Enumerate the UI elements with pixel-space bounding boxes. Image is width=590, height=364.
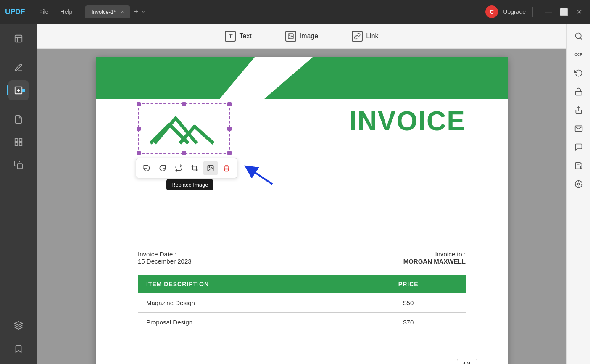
logo-p: P bbox=[11, 8, 16, 16]
svg-point-13 bbox=[289, 34, 290, 35]
img-rotate-right-btn[interactable] bbox=[155, 161, 170, 175]
invoice-table-wrapper: ITEM DESCRIPTION PRICE Magazine Design $… bbox=[96, 275, 508, 332]
handle-bl[interactable] bbox=[137, 151, 141, 155]
header-green-right bbox=[264, 57, 508, 99]
invoice-header bbox=[96, 57, 508, 99]
svg-point-23 bbox=[577, 183, 579, 185]
sidebar-divider-1 bbox=[12, 53, 25, 53]
link-tool-label: Link bbox=[366, 32, 378, 40]
handle-tc[interactable] bbox=[182, 102, 186, 106]
menu-help[interactable]: Help bbox=[55, 6, 79, 18]
handle-ml[interactable] bbox=[137, 127, 141, 131]
img-crop-btn[interactable] bbox=[187, 161, 202, 175]
right-mail-btn[interactable] bbox=[571, 121, 586, 136]
logo-selection-box[interactable] bbox=[138, 103, 230, 154]
invoice-date-value: 15 December 2023 bbox=[138, 258, 192, 265]
svg-point-15 bbox=[209, 166, 210, 167]
tab-close-btn[interactable]: × bbox=[121, 9, 124, 15]
sidebar-item-pen[interactable] bbox=[8, 58, 29, 78]
tab-area: invoice-1* × + ∨ bbox=[85, 5, 485, 18]
right-search-btn[interactable] bbox=[571, 29, 586, 44]
invoice-date-section: Invoice Date : 15 December 2023 bbox=[138, 251, 192, 265]
image-tool-label: Image bbox=[300, 32, 318, 40]
table-header-row: ITEM DESCRIPTION PRICE bbox=[138, 275, 466, 293]
table-cell-item: Proposal Design bbox=[138, 313, 351, 332]
sidebar-item-page[interactable] bbox=[8, 109, 29, 129]
svg-marker-11 bbox=[14, 322, 22, 325]
table-header-price: PRICE bbox=[351, 275, 466, 293]
tab-label: invoice-1* bbox=[92, 9, 116, 15]
handle-mr[interactable] bbox=[227, 127, 232, 131]
title-bar-right: C Upgrade — ⬜ ✕ bbox=[485, 5, 590, 18]
sidebar-item-edit[interactable] bbox=[8, 80, 29, 100]
handle-bc[interactable] bbox=[182, 151, 186, 155]
sidebar-item-layout[interactable] bbox=[8, 132, 29, 152]
img-rotate-left-btn[interactable] bbox=[140, 161, 154, 175]
table-cell-price: $70 bbox=[351, 313, 466, 332]
img-delete-btn[interactable] bbox=[219, 161, 234, 175]
table-cell-price: $50 bbox=[351, 293, 466, 313]
active-indicator bbox=[22, 89, 25, 92]
sidebar-item-copy[interactable] bbox=[8, 155, 29, 175]
svg-rect-10 bbox=[17, 164, 22, 169]
sidebar-item-bookmark[interactable] bbox=[8, 29, 29, 49]
toolbar-image-btn[interactable]: Image bbox=[279, 27, 325, 45]
table-row: Proposal Design $70 bbox=[138, 313, 466, 332]
toolbar-text-btn[interactable]: T Text bbox=[218, 27, 258, 45]
title-bar-left: UPDF File Help bbox=[0, 6, 78, 18]
right-palette-btn[interactable] bbox=[571, 177, 586, 192]
right-sidebar: OCR bbox=[566, 24, 590, 364]
handle-tl[interactable] bbox=[137, 102, 141, 106]
svg-rect-9 bbox=[15, 143, 17, 145]
pdf-canvas[interactable]: INVOICE bbox=[37, 49, 566, 364]
upgrade-button[interactable]: Upgrade bbox=[503, 8, 526, 15]
img-flip-btn[interactable] bbox=[171, 161, 186, 175]
right-ocr-btn[interactable]: OCR bbox=[571, 47, 586, 62]
img-replace-btn[interactable] bbox=[203, 161, 218, 175]
edit-toolbar: T Text Image Link bbox=[37, 24, 566, 49]
sidebar-item-bookmark2[interactable] bbox=[8, 339, 29, 359]
pdf-page: INVOICE bbox=[96, 57, 508, 364]
toolbar-link-btn[interactable]: Link bbox=[345, 27, 385, 45]
table-header-item: ITEM DESCRIPTION bbox=[138, 275, 351, 293]
tab-dropdown-btn[interactable]: ∨ bbox=[142, 9, 145, 15]
ocr-label: OCR bbox=[574, 53, 582, 57]
svg-line-19 bbox=[580, 38, 582, 40]
right-share-btn[interactable] bbox=[571, 103, 586, 118]
separator bbox=[532, 7, 533, 17]
close-button[interactable]: ✕ bbox=[575, 8, 583, 16]
content-area: T Text Image Link bbox=[37, 24, 566, 364]
invoice-to-value: MORGAN MAXWELL bbox=[403, 258, 466, 265]
svg-rect-8 bbox=[19, 143, 21, 145]
right-rotate-btn[interactable] bbox=[571, 66, 586, 81]
svg-rect-6 bbox=[15, 139, 17, 141]
maximize-button[interactable]: ⬜ bbox=[560, 8, 568, 16]
handle-br[interactable] bbox=[227, 151, 232, 155]
handle-tr[interactable] bbox=[227, 102, 232, 106]
title-bar: UPDF File Help invoice-1* × + ∨ C Upgrad… bbox=[0, 0, 590, 24]
logo-f: F bbox=[21, 8, 25, 16]
invoice-date-label: Invoice Date : bbox=[138, 251, 192, 258]
text-tool-label: Text bbox=[239, 32, 251, 40]
invoice-meta-row: Invoice Date : 15 December 2023 Invoice … bbox=[138, 251, 466, 265]
text-tool-icon: T bbox=[225, 31, 236, 42]
replace-image-tooltip: Replace Image bbox=[166, 179, 213, 190]
svg-rect-0 bbox=[15, 35, 22, 42]
right-protect-btn[interactable] bbox=[571, 84, 586, 99]
minimize-button[interactable]: — bbox=[545, 8, 553, 16]
header-green-left bbox=[96, 57, 272, 99]
invoice-to-section: Invoice to : MORGAN MAXWELL bbox=[403, 251, 466, 265]
menu-file[interactable]: File bbox=[33, 6, 55, 18]
invoice-meta: Invoice Date : 15 December 2023 Invoice … bbox=[96, 251, 508, 265]
right-save-btn[interactable] bbox=[571, 158, 586, 173]
sidebar-item-layers[interactable] bbox=[8, 315, 29, 335]
svg-point-18 bbox=[575, 33, 581, 39]
tab-invoice[interactable]: invoice-1* × bbox=[85, 5, 130, 18]
right-comment-btn[interactable] bbox=[571, 140, 586, 155]
main-area: T Text Image Link bbox=[0, 24, 590, 364]
mountain-logo-image bbox=[146, 110, 222, 148]
svg-rect-20 bbox=[575, 91, 582, 95]
avatar: C bbox=[485, 5, 498, 18]
logo-d: D bbox=[15, 8, 21, 16]
tab-add-btn[interactable]: + bbox=[134, 8, 138, 16]
